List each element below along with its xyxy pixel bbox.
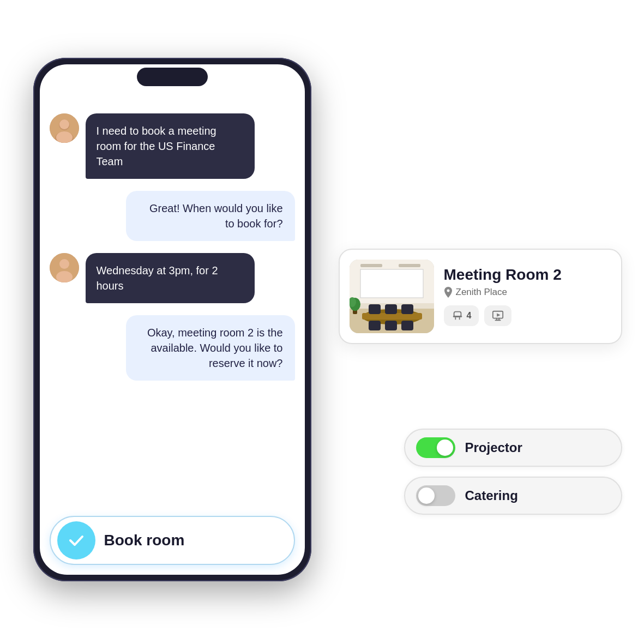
svg-rect-12 (399, 264, 420, 267)
projector-label: Projector (465, 440, 522, 455)
user-message-2: Wednesday at 3pm, for 2 hours (86, 253, 255, 303)
book-room-button[interactable]: Book room (50, 516, 295, 565)
svg-rect-26 (453, 316, 462, 317)
message-4-bot: Okay, meeting room 2 is the available. W… (50, 315, 295, 381)
svg-rect-13 (360, 269, 423, 298)
projector-toggle-knob (437, 440, 453, 456)
room-name: Meeting Room 2 (444, 266, 611, 284)
room-location-text: Zenith Place (456, 287, 508, 298)
user-avatar (50, 113, 79, 143)
svg-point-4 (56, 131, 73, 143)
book-room-label: Book room (104, 532, 185, 549)
svg-point-3 (59, 119, 69, 129)
user-avatar-2 (50, 253, 79, 282)
svg-rect-21 (401, 321, 413, 330)
svg-rect-18 (401, 304, 413, 314)
toggles-area: Projector Catering (404, 429, 622, 515)
svg-rect-27 (455, 317, 456, 320)
phone-notch (137, 68, 208, 86)
message-3-user: Wednesday at 3pm, for 2 hours (50, 253, 295, 303)
phone-screen: I need to book a meeting room for the US… (40, 64, 305, 575)
svg-rect-17 (385, 304, 397, 314)
av-badge (484, 305, 511, 326)
svg-rect-19 (369, 321, 381, 330)
room-image (350, 260, 434, 333)
catering-toggle-knob (418, 487, 435, 504)
user-message-1: I need to book a meeting room for the US… (86, 113, 255, 179)
location-icon (444, 287, 453, 298)
message-2-bot: Great! When would you like to book for? (50, 191, 295, 241)
svg-point-6 (59, 259, 69, 269)
room-card: Meeting Room 2 Zenith Place 4 (339, 249, 622, 344)
catering-toggle[interactable] (416, 485, 455, 506)
svg-rect-11 (360, 264, 382, 267)
svg-rect-16 (369, 304, 381, 314)
bot-message-1: Great! When would you like to book for? (126, 191, 295, 241)
capacity-count: 4 (467, 311, 472, 321)
catering-toggle-row[interactable]: Catering (404, 477, 622, 515)
room-badges: 4 (444, 305, 611, 326)
svg-rect-28 (459, 317, 460, 320)
room-location: Zenith Place (444, 287, 611, 298)
scene: I need to book a meeting room for the US… (22, 36, 622, 609)
catering-label: Catering (465, 488, 518, 503)
checkmark-icon (57, 521, 95, 559)
projector-toggle-row[interactable]: Projector (404, 429, 622, 467)
capacity-badge: 4 (444, 305, 479, 326)
svg-marker-30 (497, 313, 501, 316)
message-1-user: I need to book a meeting room for the US… (50, 113, 295, 179)
svg-point-7 (56, 271, 73, 282)
chat-area: I need to book a meeting room for the US… (40, 103, 305, 515)
room-info: Meeting Room 2 Zenith Place 4 (444, 266, 611, 326)
bot-message-2: Okay, meeting room 2 is the available. W… (126, 315, 295, 381)
phone-frame: I need to book a meeting room for the US… (33, 58, 311, 581)
projector-toggle[interactable] (416, 437, 455, 458)
screen-icon (492, 310, 504, 322)
svg-rect-20 (385, 321, 397, 330)
chair-icon (452, 310, 464, 322)
